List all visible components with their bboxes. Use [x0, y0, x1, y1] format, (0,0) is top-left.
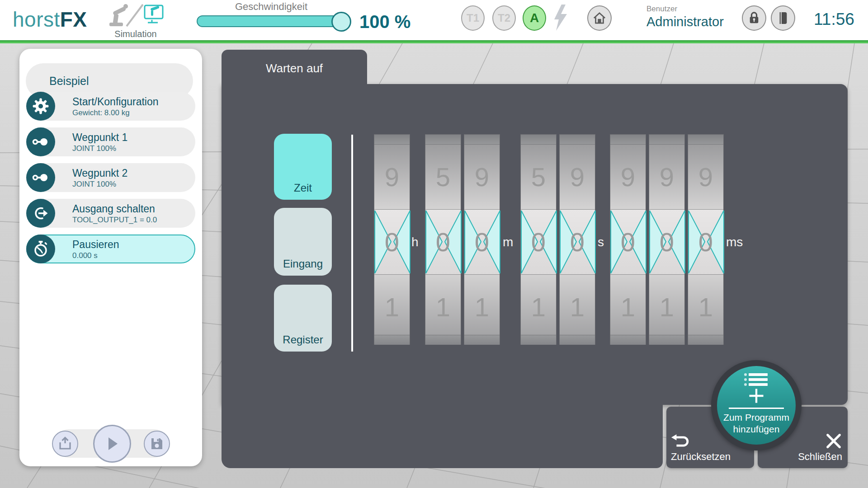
add-button-line2: hinzufügen — [723, 423, 789, 435]
wheel-digit-current[interactable]: 0 — [464, 209, 500, 275]
status-green-bar — [0, 40, 868, 43]
home-button[interactable] — [587, 5, 612, 31]
wheel-digit-below[interactable]: 1 — [425, 275, 461, 335]
export-button[interactable] — [52, 431, 78, 457]
wheel-digit-current[interactable]: 0 — [374, 209, 410, 275]
time-wheel-m-2[interactable]: 901 — [464, 134, 500, 345]
add-to-program-button[interactable]: Zum Programm hinzufügen — [711, 360, 802, 450]
wheel-digit-current[interactable]: 0 — [560, 209, 595, 275]
program-step-2[interactable]: Wegpunkt 1JOINT 100% — [26, 127, 195, 156]
save-program-button[interactable] — [144, 431, 170, 457]
step-subtitle: 0.000 s — [72, 251, 98, 260]
wheel-digit-below[interactable]: 1 — [610, 275, 646, 335]
header-bar: horstFX Simu — [0, 0, 868, 43]
upload-icon — [57, 436, 73, 451]
horstfx-app: horstFX Simu — [0, 0, 868, 488]
step-subtitle: TOOL_OUTPUT_1 = 0.0 — [72, 216, 157, 225]
wait-type-register[interactable]: Register — [274, 285, 332, 352]
wheel-digit-current[interactable]: 0 — [688, 209, 723, 275]
step-title: Pausieren — [72, 239, 119, 251]
step-title: Ausgang schalten — [72, 203, 155, 215]
speed-slider-knob[interactable] — [331, 12, 351, 32]
mode-button-t2[interactable]: T2 — [492, 5, 516, 31]
add-button-line1: Zum Programm — [723, 412, 789, 423]
wheel-digit-above[interactable]: 9 — [464, 145, 500, 209]
wheel-cap — [425, 335, 461, 345]
wheel-digit-below[interactable]: 1 — [560, 275, 595, 335]
program-step-5[interactable]: Pausieren0.000 s — [26, 235, 195, 263]
wheel-cap — [374, 135, 410, 145]
wheel-digit-above[interactable]: 9 — [374, 145, 410, 209]
wheel-digit-above[interactable]: 9 — [649, 145, 684, 209]
reset-label: Zurücksetzen — [671, 451, 731, 463]
unit-label-m: m — [503, 235, 513, 249]
wheel-cap — [464, 135, 500, 145]
manual-button[interactable] — [771, 5, 795, 31]
wheel-cap — [521, 335, 556, 345]
undo-icon — [671, 434, 691, 451]
waypoint-icon — [26, 163, 55, 192]
wheel-digit-above[interactable]: 9 — [610, 145, 646, 209]
simulation-label: Simulation — [105, 29, 166, 39]
program-list-icon — [744, 372, 769, 387]
step-title: Start/Konfiguration — [72, 96, 159, 108]
wheel-digit-above[interactable]: 9 — [560, 145, 595, 209]
wheel-digit-above[interactable]: 9 — [688, 145, 723, 209]
time-wheel-s-2[interactable]: 901 — [559, 134, 595, 345]
wheel-cap — [649, 135, 684, 145]
step-subtitle: JOINT 100% — [72, 144, 116, 153]
unit-label-ms: ms — [726, 235, 743, 249]
divider — [729, 408, 784, 409]
wheel-digit-current[interactable]: 0 — [610, 209, 646, 275]
lock-button[interactable] — [742, 5, 766, 31]
wheel-cap — [425, 135, 461, 145]
user-block[interactable]: Benutzer Administrator — [646, 5, 724, 29]
add-to-program-inner: Zum Programm hinzufügen — [717, 366, 796, 445]
wheel-cap — [610, 135, 646, 145]
program-step-3[interactable]: Wegpunkt 2JOINT 100% — [26, 163, 195, 192]
wheel-digit-above[interactable]: 5 — [521, 145, 556, 209]
plus-icon — [747, 387, 765, 404]
wheel-digit-above[interactable]: 5 — [425, 145, 461, 209]
close-icon — [825, 432, 842, 452]
app-logo: horstFX — [13, 7, 87, 32]
play-icon — [103, 435, 121, 453]
simulation-toggle[interactable]: Simulation — [105, 2, 166, 42]
wheel-digit-below[interactable]: 1 — [464, 275, 500, 335]
clock: 11:56 — [814, 10, 854, 29]
wheel-digit-current[interactable]: 0 — [649, 209, 684, 275]
time-wheel-m-1[interactable]: 501 — [425, 134, 461, 345]
unit-label-s: s — [598, 235, 604, 249]
program-sidebar: Beispiel Start/KonfigurationGewicht: 8.0… — [19, 49, 202, 466]
speed-label: Geschwindigkeit — [197, 1, 346, 13]
wheel-cap — [688, 135, 723, 145]
program-step-1[interactable]: Start/KonfigurationGewicht: 8.00 kg — [26, 92, 195, 121]
time-wheel-h-1[interactable]: 901 — [374, 134, 410, 345]
wheel-cap — [464, 335, 500, 345]
play-program-button[interactable] — [93, 425, 131, 463]
wheel-digit-below[interactable]: 1 — [688, 275, 723, 335]
wheel-cap — [560, 135, 595, 145]
save-icon — [149, 436, 165, 451]
time-wheel-ms-2[interactable]: 901 — [649, 134, 685, 345]
time-wheel-s-1[interactable]: 501 — [520, 134, 557, 345]
wheel-digit-current[interactable]: 0 — [521, 209, 556, 275]
close-label: Schließen — [798, 451, 842, 463]
time-wheel-ms-1[interactable]: 901 — [610, 134, 646, 345]
step-title: Wegpunkt 1 — [72, 131, 127, 144]
wheel-digit-below[interactable]: 1 — [649, 275, 684, 335]
speed-value: 100 % — [359, 12, 410, 32]
program-step-4[interactable]: Ausgang schaltenTOOL_OUTPUT_1 = 0.0 — [26, 199, 195, 228]
mode-button-t1[interactable]: T1 — [461, 5, 485, 31]
wheel-digit-current[interactable]: 0 — [425, 209, 461, 275]
speed-slider[interactable] — [197, 15, 346, 27]
step-title: Wegpunkt 2 — [72, 167, 127, 179]
wheel-digit-below[interactable]: 1 — [374, 275, 410, 335]
time-wheel-ms-3[interactable]: 901 — [688, 134, 724, 345]
wait-type-zeit[interactable]: Zeit — [274, 134, 332, 200]
user-name: Administrator — [646, 14, 724, 29]
mode-button-auto[interactable]: A — [523, 5, 546, 31]
wheel-digit-below[interactable]: 1 — [521, 275, 556, 335]
wait-type-eingang[interactable]: Eingang — [274, 208, 332, 276]
unit-label-h: h — [411, 235, 419, 249]
